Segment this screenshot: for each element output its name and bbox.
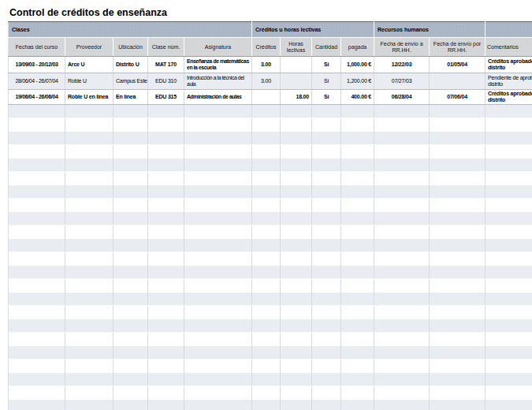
empty-cell[interactable] [485, 172, 532, 185]
empty-cell[interactable] [9, 400, 65, 410]
empty-cell[interactable] [184, 373, 252, 386]
empty-cell[interactable] [113, 185, 148, 199]
empty-cell[interactable] [430, 386, 485, 400]
empty-cell[interactable] [341, 132, 374, 145]
empty-cell[interactable] [485, 212, 532, 226]
empty-cell[interactable] [9, 118, 65, 132]
group-header-clases[interactable]: Clases [9, 22, 252, 38]
empty-cell[interactable] [113, 145, 148, 158]
cell-cantidad[interactable]: Sí [312, 90, 341, 105]
group-header-creditos-horas[interactable]: Créditos u horas lectivas [252, 22, 374, 38]
empty-cell[interactable] [65, 145, 113, 158]
empty-cell[interactable] [113, 400, 148, 410]
empty-cell[interactable] [430, 252, 485, 266]
empty-cell[interactable] [281, 333, 312, 346]
cell-fecha-envio-por[interactable]: 01/05/04 [430, 57, 485, 73]
empty-cell[interactable] [374, 239, 430, 252]
empty-cell[interactable] [148, 346, 184, 360]
empty-cell[interactable] [281, 386, 312, 400]
empty-cell[interactable] [65, 306, 113, 319]
empty-cell[interactable] [148, 132, 184, 145]
empty-cell[interactable] [430, 360, 485, 373]
empty-cell[interactable] [65, 158, 113, 172]
empty-cell[interactable] [9, 185, 65, 199]
empty-cell[interactable] [312, 158, 341, 172]
empty-cell[interactable] [184, 266, 252, 279]
empty-cell[interactable] [341, 360, 374, 373]
empty-cell[interactable] [184, 158, 252, 172]
column-header-fechas[interactable]: Fechas del curso [9, 38, 65, 57]
empty-cell[interactable] [148, 266, 184, 279]
cell-fechas[interactable]: 13/09/03 - 20/12/03 [9, 57, 65, 73]
group-header-sin-grupo[interactable] [485, 22, 532, 38]
empty-cell[interactable] [430, 293, 485, 306]
empty-cell[interactable] [252, 346, 281, 360]
empty-cell[interactable] [374, 319, 430, 333]
empty-cell[interactable] [184, 239, 252, 252]
empty-cell[interactable] [65, 118, 113, 132]
cell-fecha-envio-por[interactable]: 07/06/04 [430, 90, 485, 105]
cell-asignatura[interactable]: Introducción a la técnica del aula [184, 73, 252, 90]
cell-pagada[interactable]: 1,200.00 € [341, 73, 374, 90]
empty-cell[interactable] [184, 360, 252, 373]
empty-cell[interactable] [65, 400, 113, 410]
empty-cell[interactable] [341, 386, 374, 400]
empty-cell[interactable] [113, 306, 148, 319]
empty-cell[interactable] [252, 212, 281, 226]
cell-fecha-envio-a[interactable]: 06/28/04 [374, 90, 430, 105]
empty-cell[interactable] [485, 266, 532, 279]
cell-pagada[interactable]: 1,000.00 € [341, 57, 374, 73]
empty-cell[interactable] [252, 373, 281, 386]
empty-cell[interactable] [65, 279, 113, 293]
column-header-ubicacion[interactable]: Ubicación [113, 38, 148, 57]
empty-cell[interactable] [184, 172, 252, 185]
empty-cell[interactable] [430, 172, 485, 185]
empty-cell[interactable] [252, 360, 281, 373]
empty-cell[interactable] [281, 226, 312, 239]
empty-cell[interactable] [485, 199, 532, 212]
empty-cell[interactable] [312, 293, 341, 306]
empty-cell[interactable] [148, 279, 184, 293]
empty-cell[interactable] [281, 319, 312, 333]
empty-cell[interactable] [341, 239, 374, 252]
empty-cell[interactable] [184, 319, 252, 333]
empty-cell[interactable] [113, 212, 148, 226]
cell-proveedor[interactable]: Roble U en línea [65, 90, 113, 105]
column-header-horas-lectivas[interactable]: Horas lectivas [281, 38, 312, 57]
empty-cell[interactable] [113, 199, 148, 212]
empty-cell[interactable] [9, 386, 65, 400]
empty-cell[interactable] [184, 400, 252, 410]
empty-cell[interactable] [374, 105, 430, 118]
empty-cell[interactable] [252, 279, 281, 293]
empty-cell[interactable] [184, 118, 252, 132]
empty-cell[interactable] [485, 333, 532, 346]
empty-cell[interactable] [9, 172, 65, 185]
empty-cell[interactable] [113, 239, 148, 252]
empty-cell[interactable] [65, 319, 113, 333]
empty-cell[interactable] [148, 158, 184, 172]
empty-cell[interactable] [252, 266, 281, 279]
empty-cell[interactable] [341, 346, 374, 360]
empty-cell[interactable] [312, 105, 341, 118]
empty-cell[interactable] [281, 158, 312, 172]
empty-cell[interactable] [148, 212, 184, 226]
empty-cell[interactable] [148, 118, 184, 132]
empty-cell[interactable] [312, 360, 341, 373]
empty-cell[interactable] [9, 212, 65, 226]
empty-cell[interactable] [374, 279, 430, 293]
empty-cell[interactable] [374, 373, 430, 386]
empty-cell[interactable] [430, 145, 485, 158]
column-header-proveedor[interactable]: Proveedor [65, 38, 113, 57]
empty-cell[interactable] [184, 293, 252, 306]
empty-cell[interactable] [65, 185, 113, 199]
empty-cell[interactable] [312, 386, 341, 400]
empty-cell[interactable] [374, 346, 430, 360]
empty-cell[interactable] [65, 386, 113, 400]
empty-cell[interactable] [485, 118, 532, 132]
cell-creditos[interactable]: 3.00 [252, 73, 281, 90]
empty-cell[interactable] [113, 172, 148, 185]
empty-cell[interactable] [65, 239, 113, 252]
empty-cell[interactable] [281, 360, 312, 373]
empty-cell[interactable] [374, 132, 430, 145]
empty-cell[interactable] [148, 105, 184, 118]
